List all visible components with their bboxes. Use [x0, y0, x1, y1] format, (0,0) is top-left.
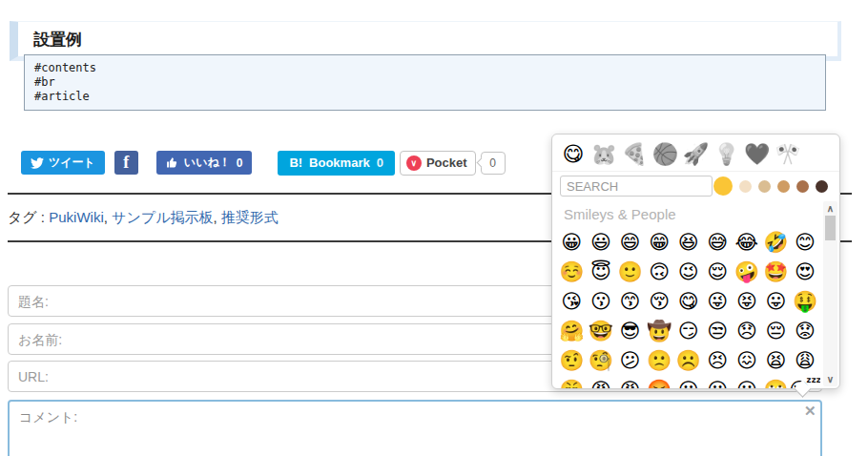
emoji-cell[interactable]: 🤩: [761, 257, 791, 286]
emoji-cell[interactable]: 🙄: [761, 375, 791, 388]
emoji-cell[interactable]: 🧐: [587, 345, 616, 375]
code-block: #contents #br #article: [24, 54, 826, 111]
like-count: 0: [237, 156, 243, 170]
category-smileys-people-icon[interactable]: 😋: [560, 142, 587, 167]
category-activity-icon[interactable]: 🏀: [651, 142, 678, 167]
category-symbols-icon[interactable]: 🖤: [744, 142, 771, 167]
hatena-bookmark-button[interactable]: B! Bookmark 0: [278, 151, 395, 176]
emoji-row: 😀😃😄😁😆😅😂🤣😊: [557, 227, 820, 257]
emoji-cell[interactable]: 😂: [733, 227, 762, 257]
comment-textarea[interactable]: [8, 400, 822, 456]
emoji-cell[interactable]: 😇: [587, 257, 616, 286]
emoji-cell[interactable]: 😣: [703, 345, 733, 375]
category-flags-icon[interactable]: 🎌: [775, 142, 801, 167]
emoji-cell[interactable]: 😘: [557, 286, 587, 316]
emoji-cell[interactable]: 😅: [703, 227, 733, 257]
tag-separator: ,: [104, 209, 112, 225]
emoji-cell[interactable]: 🤨: [557, 345, 587, 375]
emoji-cell[interactable]: 🙁: [645, 345, 674, 375]
emoji-cell[interactable]: 🤣: [761, 227, 791, 257]
emoji-cell[interactable]: 😡: [615, 375, 645, 388]
hatena-b-icon: B!: [289, 155, 302, 170]
emoji-cell[interactable]: 😙: [615, 286, 645, 316]
emoji-cell[interactable]: 😆: [673, 227, 703, 257]
emoji-cell[interactable]: 🤗: [557, 316, 587, 345]
emoji-cell[interactable]: 😐: [733, 375, 762, 388]
scrollbar-thumb[interactable]: [825, 216, 836, 240]
emoji-cell[interactable]: 😏: [673, 316, 703, 345]
share-button-row: ツイート f いいね！ 0 B! Bookmark 0 ∨ Pocket 0: [21, 150, 506, 176]
emoji-cell[interactable]: 😎: [615, 316, 645, 345]
tag-separator: ,: [213, 209, 220, 225]
skin-tone-dot-4[interactable]: [777, 180, 790, 193]
emoji-cell[interactable]: 🙃: [645, 257, 674, 286]
emoji-cell[interactable]: 😍: [791, 257, 820, 286]
emoji-row: 🤗🤓😎🤠😏😒😞😔😟: [557, 316, 820, 345]
emoji-cell[interactable]: 😒: [703, 316, 733, 345]
emoji-cell[interactable]: 😁: [645, 227, 674, 257]
pocket-button[interactable]: ∨ Pocket: [400, 151, 476, 176]
emoji-picker-panel: 😋🐹🍕🏀🚀💡🖤🎌 Smileys & People 😀😃😄😁😆😅😂🤣😊☺️😇🙂🙃…: [551, 134, 840, 389]
emoji-cell[interactable]: 😀: [557, 227, 587, 257]
emoji-cell[interactable]: 😞: [733, 316, 762, 345]
emoji-cell[interactable]: 😊: [791, 227, 820, 257]
emoji-cell[interactable]: 😝: [733, 286, 762, 316]
facebook-share-button[interactable]: f: [114, 151, 138, 175]
twitter-bird-icon: [31, 156, 44, 170]
emoji-cell[interactable]: 😖: [733, 345, 762, 375]
emoji-cell[interactable]: 😫: [761, 345, 791, 375]
emoji-cell[interactable]: 🤠: [645, 316, 674, 345]
emoji-cell[interactable]: 🙂: [615, 257, 645, 286]
emoji-cell[interactable]: 🤑: [791, 286, 820, 316]
emoji-category-bar: 😋🐹🍕🏀🚀💡🖤🎌: [552, 135, 839, 172]
tag-link-2[interactable]: サンプル掲示板: [112, 209, 213, 225]
category-animals-nature-icon[interactable]: 🐹: [590, 142, 617, 167]
like-button-label: いいね！: [184, 155, 231, 171]
emoji-cell[interactable]: 😌: [703, 257, 733, 286]
skin-tone-dot-1[interactable]: [713, 176, 733, 196]
emoji-cell[interactable]: 😶: [673, 375, 703, 388]
emoji-search-input[interactable]: [560, 176, 713, 197]
emoji-cell[interactable]: 😩: [791, 345, 820, 375]
tags-label: タグ :: [8, 209, 45, 225]
emoji-cell[interactable]: 😃: [587, 227, 616, 257]
emoji-cell[interactable]: 😜: [703, 286, 733, 316]
skin-tone-dot-5[interactable]: [796, 180, 809, 193]
skin-tone-dot-2[interactable]: [739, 180, 752, 193]
emoji-cell[interactable]: 🤬: [645, 375, 674, 388]
thumbs-up-icon: [166, 156, 178, 169]
emoji-cell[interactable]: ☹️: [673, 345, 703, 375]
emoji-cell[interactable]: 😔: [761, 316, 791, 345]
scroll-up-icon[interactable]: ∧: [823, 203, 837, 214]
tag-link-3[interactable]: 推奨形式: [221, 209, 279, 225]
emoji-cell[interactable]: 😉: [673, 257, 703, 286]
tweet-button[interactable]: ツイート: [21, 151, 105, 175]
emoji-section-label: Smileys & People: [552, 197, 839, 222]
emoji-cell[interactable]: 😠: [587, 375, 616, 388]
emoji-cell[interactable]: 😛: [761, 286, 791, 316]
emoji-cell[interactable]: 🤪: [733, 257, 762, 286]
emoji-cell[interactable]: 😤: [557, 375, 587, 388]
emoji-cell[interactable]: 😕: [615, 345, 645, 375]
scroll-down-icon[interactable]: ∨: [823, 374, 837, 384]
skin-tone-dot-3[interactable]: [758, 180, 771, 193]
emoji-cell[interactable]: 😄: [615, 227, 645, 257]
emoji-cell[interactable]: 😗: [587, 286, 616, 316]
emoji-cell[interactable]: 😚: [645, 286, 674, 316]
emoji-cell[interactable]: 😟: [791, 316, 820, 345]
facebook-like-button[interactable]: いいね！ 0: [156, 151, 253, 175]
tweet-button-label: ツイート: [49, 155, 95, 171]
emoji-cell[interactable]: 😋: [673, 286, 703, 316]
category-food-drink-icon[interactable]: 🍕: [621, 142, 648, 167]
emoji-scrollbar[interactable]: ∧ ∨: [823, 201, 837, 386]
close-icon[interactable]: ✕: [804, 403, 816, 420]
emoji-grid: 😀😃😄😁😆😅😂🤣😊☺️😇🙂🙃😉😌🤪🤩😍😘😗😙😚😋😜😝😛🤑🤗🤓😎🤠😏😒😞😔😟🤨🧐😕…: [557, 227, 820, 388]
emoji-cell[interactable]: 😮: [703, 375, 733, 388]
tag-link-1[interactable]: PukiWiki: [49, 209, 104, 225]
skin-tone-dot-6[interactable]: [816, 180, 828, 193]
category-objects-icon[interactable]: 💡: [713, 142, 740, 167]
emoji-cell[interactable]: 🤓: [587, 316, 616, 345]
emoji-cell[interactable]: ☺️: [557, 257, 587, 286]
emoji-row: ☺️😇🙂🙃😉😌🤪🤩😍: [557, 257, 820, 286]
category-travel-places-icon[interactable]: 🚀: [683, 142, 710, 167]
